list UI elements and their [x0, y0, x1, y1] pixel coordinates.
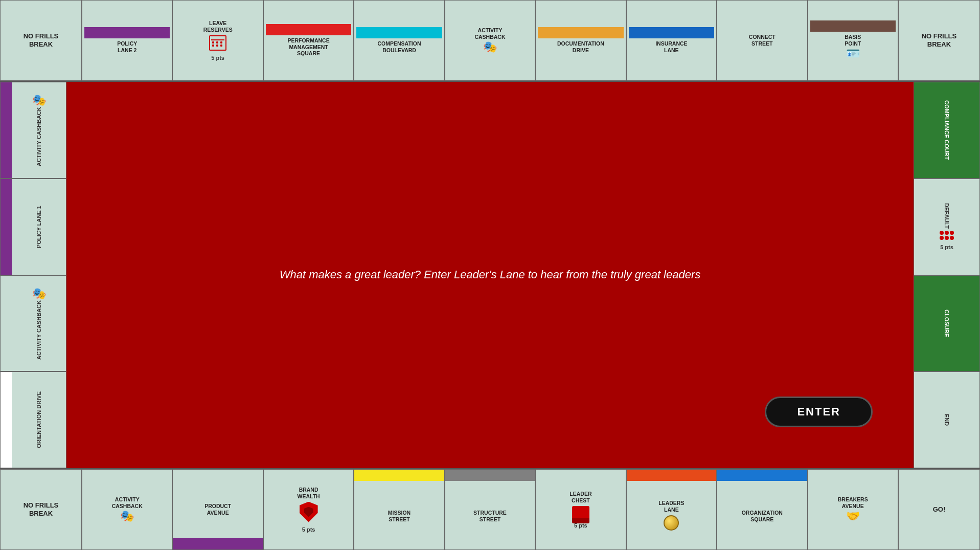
calendar-icon [209, 35, 226, 51]
cell-breakers-avenue: BREAKERSAVENUE 🤝 [808, 469, 898, 550]
cell-default: DEFAULT 5 pts [914, 179, 980, 275]
person-icon-basis: 🪪 [846, 47, 860, 60]
cell-no-frills-tr: NO FRILLSBREAK [898, 0, 980, 81]
grid-icon [940, 231, 954, 240]
cell-go: GO! [898, 469, 980, 550]
cell-connect-street: CONNECTSTREET [717, 0, 807, 81]
cell-activity-cashback-left1: 🎭 ACTIVITY CASHBACK [0, 82, 66, 179]
cell-closure: CLOSURE [914, 275, 980, 372]
cell-policy-lane-1: POLICY LANE 1 [0, 179, 66, 275]
game-board: NO FRILLSBREAK POLICYLANE 2 LEAVERESERVE… [0, 0, 980, 550]
cell-compensation-boulevard: COMPENSATIONBOULEVARD [354, 0, 444, 81]
cell-activity-cashback-top: ACTIVITYCASHBACK 🎭 [445, 0, 535, 81]
cell-leader-chest: LEADERCHEST 5 pts [535, 469, 626, 550]
cell-structure-street: STRUCTURESTREET [445, 469, 535, 550]
cell-activity-cashback-left2: 🎭 ACTIVITY CASHBACK [0, 275, 66, 372]
center-area: What makes a great leader? Enter Leader'… [66, 82, 914, 468]
cell-documentation-drive: DOCUMENTATIONDRIVE [535, 0, 626, 81]
cell-no-frills-bl: NO FRILLSBREAK [0, 469, 82, 550]
cell-end: END [914, 371, 980, 468]
coin-icon [664, 515, 679, 531]
cell-product-avenue: PRODUCTAVENUE [172, 469, 263, 550]
mask-icon-top: 🎭 [483, 40, 497, 54]
cell-basis-point: BASISPOINT 🪪 [808, 0, 898, 81]
center-description: What makes a great leader? Enter Leader'… [249, 257, 732, 293]
handshake-icon: 🤝 [846, 510, 860, 523]
left-column: 🎭 ACTIVITY CASHBACK POLICY LANE 1 🎭 ACTI… [0, 82, 66, 468]
cell-performance-management-square: PERFORMANCEMANAGEMENTSQUARE [263, 0, 354, 81]
mask-icon-bottom: 🎭 [120, 510, 134, 523]
cell-brand-wealth: BRANDWEALTH 5 pts [263, 469, 354, 550]
bottom-row: NO FRILLSBREAK ACTIVITYCASHBACK 🎭 PRODUC… [0, 468, 980, 550]
cell-activity-cashback-bottom: ACTIVITYCASHBACK 🎭 [82, 469, 172, 550]
cell-mission-street: MISSIONSTREET [354, 469, 444, 550]
top-row: NO FRILLSBREAK POLICYLANE 2 LEAVERESERVE… [0, 0, 980, 82]
chest-icon [572, 506, 589, 518]
cell-leave-reserves: LEAVERESERVES 5 pts [172, 0, 263, 81]
cell-compliance-court: COMPLIANCE COURT [914, 82, 980, 179]
mask-icon-left1: 🎭 [32, 94, 46, 107]
cell-organization-square: ORGANIZATIONSQUARE [717, 469, 807, 550]
mask-icon-left2: 🎭 [32, 287, 46, 300]
cell-policy-lane-2: POLICYLANE 2 [82, 0, 172, 81]
middle-row: 🎭 ACTIVITY CASHBACK POLICY LANE 1 🎭 ACTI… [0, 82, 980, 468]
right-column: COMPLIANCE COURT DEFAULT 5 pt [914, 82, 980, 468]
cell-orientation-drive: ORIENTATION DRIVE [0, 371, 66, 468]
cell-insurance-lane: INSURANCELANE [626, 0, 717, 81]
cell-no-frills-tl: NO FRILLSBREAK [0, 0, 82, 81]
cell-leaders-lane: LEADERSLANE [626, 469, 717, 550]
enter-button[interactable]: ENTER [765, 397, 873, 427]
shield-icon [300, 502, 318, 522]
